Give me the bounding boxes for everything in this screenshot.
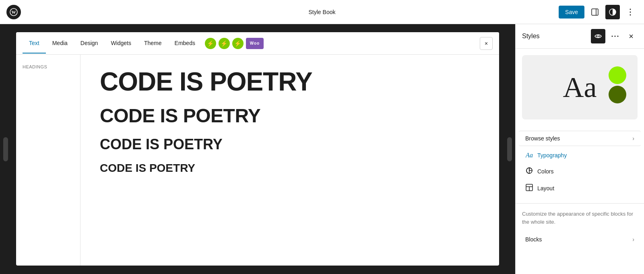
svg-point-7	[630, 14, 631, 15]
heading-2: CODE IS POETRY	[100, 105, 480, 127]
style-book-toggle-button[interactable]	[591, 29, 605, 43]
colors-icon	[525, 167, 533, 176]
plugin-icons: ⚡ ⚡ ⚡ Woo	[205, 38, 264, 49]
style-book-panel: Text Media Design Widgets Theme Embeds ⚡…	[16, 32, 499, 266]
plugin-icon-3[interactable]: ⚡	[232, 38, 244, 49]
options-menu-button[interactable]	[623, 5, 638, 19]
style-book-close-button[interactable]: ×	[480, 37, 493, 50]
heading-4: CODE IS POETRY	[100, 162, 480, 175]
tab-media[interactable]: Media	[46, 33, 74, 54]
browse-styles-label: Browse styles	[525, 135, 628, 142]
color-dot-primary	[609, 66, 626, 84]
headings-content: CODE IS POETRY CODE IS POETRY CODE IS PO…	[80, 55, 499, 266]
main-area: Text Media Design Widgets Theme Embeds ⚡…	[0, 24, 644, 274]
plugin-icon-1[interactable]: ⚡	[205, 38, 216, 49]
wp-logo[interactable]: W	[6, 5, 21, 19]
blocks-label: Blocks	[525, 236, 628, 243]
top-bar: W Style Book Save	[0, 0, 644, 24]
svg-point-8	[597, 35, 599, 37]
chevron-right-icon: ›	[632, 135, 634, 142]
content-sidebar: HEADINGS	[16, 55, 80, 266]
blocks-chevron-icon: ›	[632, 236, 634, 243]
layout-icon	[525, 184, 533, 193]
color-dot-secondary	[609, 86, 626, 103]
style-preview-card: Aa	[522, 55, 638, 119]
plugin-icon-2[interactable]: ⚡	[219, 38, 230, 49]
tab-embeds[interactable]: Embeds	[168, 33, 202, 54]
styles-description: Customize the appearance of specific blo…	[516, 203, 644, 232]
svg-point-6	[630, 11, 631, 12]
typography-nav-item[interactable]: Aa Typography	[519, 148, 641, 163]
svg-point-11	[617, 36, 619, 37]
svg-rect-2	[592, 9, 598, 15]
svg-text:W: W	[12, 10, 16, 14]
typography-label: Typography	[537, 152, 567, 159]
styles-header: Styles ×	[516, 24, 644, 49]
close-icon: ×	[485, 40, 488, 47]
save-button[interactable]: Save	[559, 6, 584, 19]
svg-point-10	[615, 36, 616, 37]
svg-point-9	[612, 36, 613, 37]
browse-styles-item[interactable]: Browse styles ›	[519, 131, 641, 146]
sidebar-toggle-button[interactable]	[588, 5, 602, 19]
styles-panel-close-button[interactable]: ×	[625, 30, 638, 43]
styles-more-options-button[interactable]	[609, 30, 621, 43]
typography-icon: Aa	[525, 152, 533, 159]
styles-nav: Browse styles › Aa Typography Colors	[516, 126, 644, 200]
content-area: HEADINGS CODE IS POETRY CODE IS POETRY C…	[16, 55, 499, 266]
heading-3: CODE IS POETRY	[100, 136, 480, 152]
scroll-handle-left[interactable]	[3, 137, 8, 161]
scroll-handle-right[interactable]	[507, 137, 512, 161]
canvas-area: Text Media Design Widgets Theme Embeds ⚡…	[0, 24, 515, 274]
colors-nav-item[interactable]: Colors	[519, 163, 641, 180]
styles-panel: Styles × Aa	[515, 24, 644, 274]
tab-text[interactable]: Text	[23, 33, 46, 54]
woo-icon[interactable]: Woo	[246, 38, 264, 49]
styles-panel-title: Styles	[522, 33, 588, 40]
tab-theme[interactable]: Theme	[138, 33, 168, 54]
tab-design[interactable]: Design	[74, 33, 105, 54]
svg-point-5	[630, 8, 631, 10]
tabs-bar: Text Media Design Widgets Theme Embeds ⚡…	[16, 32, 499, 55]
close-icon: ×	[629, 32, 634, 41]
top-bar-left: W	[6, 5, 21, 19]
layout-label: Layout	[537, 185, 554, 192]
page-title: Style Book	[309, 9, 336, 15]
blocks-nav-item[interactable]: Blocks ›	[519, 232, 641, 247]
top-bar-right: Save	[559, 5, 638, 19]
contrast-toggle-button[interactable]	[605, 5, 620, 19]
style-preview-text: Aa	[563, 73, 597, 102]
layout-nav-item[interactable]: Layout	[519, 180, 641, 197]
tab-widgets[interactable]: Widgets	[104, 33, 138, 54]
section-label: HEADINGS	[23, 64, 74, 69]
colors-label: Colors	[537, 168, 553, 175]
heading-1: CODE IS POETRY	[100, 68, 480, 96]
